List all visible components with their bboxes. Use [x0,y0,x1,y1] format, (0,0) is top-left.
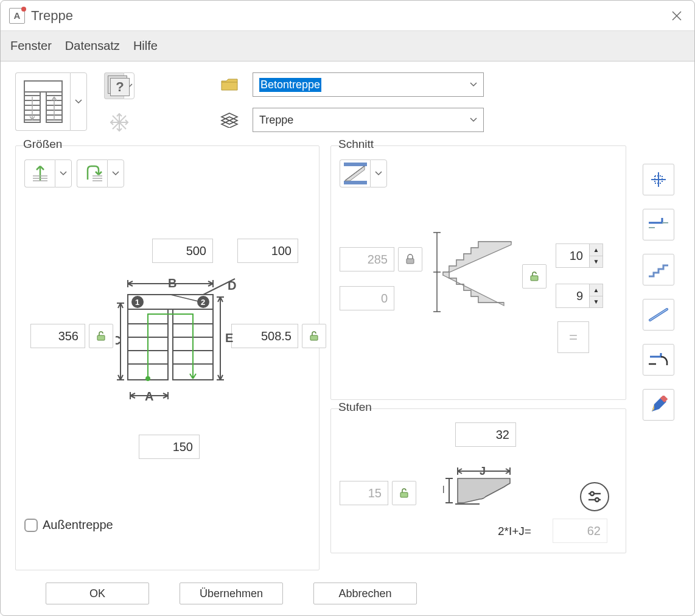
folder-icon [218,77,240,92]
direction-turn-dropdown[interactable] [77,159,124,187]
equal-button[interactable]: = [557,321,589,353]
sliders-icon [586,488,603,505]
spin-down[interactable]: ▼ [590,256,602,268]
menubar: Fenster Datensatz Hilfe [1,31,694,61]
formula-label: 2*I+J= [498,525,531,538]
svg-rect-29 [310,335,318,340]
chevron-down-icon [112,171,119,176]
direction-up-dropdown[interactable] [24,159,72,187]
grid-icon [649,170,668,189]
size-e-input[interactable] [231,324,298,348]
tool-grid[interactable] [643,164,674,195]
tool-nosing[interactable] [643,344,674,376]
svg-text:1: 1 [135,298,139,307]
chevron-down-icon [470,82,477,87]
svg-text:E: E [225,331,233,345]
stair-shape-icon [22,79,65,125]
unlock-icon [95,330,107,342]
snowflake-icon [109,112,130,133]
menu-fenster[interactable]: Fenster [10,39,52,53]
side-toolbar [637,145,680,570]
tool-steps[interactable] [643,254,674,285]
nosing-icon [648,351,669,369]
type-select-value: Betontreppe [259,78,321,92]
help-dropdown[interactable]: ? [104,72,134,99]
ok-button[interactable]: OK [46,583,149,604]
size-b-input[interactable] [152,239,213,263]
close-icon [671,10,683,22]
stufen-15-input [340,481,388,505]
chevron-down-icon [470,117,477,122]
freeze-button[interactable] [104,109,134,136]
schnitt-0-input [340,286,394,310]
schnitt-spin2[interactable]: ▲▼ [556,284,603,308]
spin-up[interactable]: ▲ [590,244,602,256]
landing-icon [648,215,669,234]
lock-icon [404,253,416,265]
step-settings-button[interactable] [580,482,609,511]
arrow-turn-stairs-icon [82,163,103,184]
svg-rect-67 [407,259,414,264]
size-d-input[interactable] [237,239,298,263]
spin-up[interactable]: ▲ [590,284,602,296]
cancel-button[interactable]: Abbrechen [313,583,417,604]
titlebar: A Treppe [1,1,694,31]
svg-rect-65 [344,163,367,166]
svg-rect-28 [97,335,105,340]
svg-point-60 [146,377,150,380]
arrow-up-stairs-icon [29,163,51,184]
size-c-input[interactable] [30,324,85,348]
layers-icon [218,112,240,128]
sizes-label: Größen [21,138,65,151]
section-icon [343,161,368,186]
schnitt-285-input [340,247,394,271]
svg-text:J: J [480,465,486,477]
svg-text:D: D [228,279,236,292]
footer: OK Übernehmen Abbrechen [1,576,694,615]
chevron-down-icon [375,171,382,176]
layer-select[interactable]: Treppe [253,108,484,132]
svg-point-86 [595,498,599,502]
menu-hilfe[interactable]: Hilfe [133,39,158,53]
aussentreppe-checkbox[interactable] [24,519,38,532]
section-diagram [431,226,534,318]
handrail-icon [648,306,669,324]
size-c-lock[interactable] [89,324,113,348]
menu-datensatz[interactable]: Datensatz [65,39,120,53]
toolbar-area: ? [1,61,694,142]
apply-button[interactable]: Übernehmen [180,583,283,604]
tool-landing[interactable] [643,209,674,240]
schnitt-mid-lock[interactable] [522,264,547,289]
sizes-diagram: B D C [116,276,237,416]
schnitt-spin2-input[interactable] [556,284,590,308]
sizes-group: Größen [15,145,320,570]
schnitt-spin1[interactable]: ▲▼ [556,243,603,268]
stufen-32-input[interactable] [455,422,516,447]
svg-text:C: C [116,334,120,347]
stufen-15-lock[interactable] [392,481,416,505]
size-e-lock[interactable] [302,324,326,348]
help-icon: ? [104,72,124,99]
close-button[interactable] [668,7,686,25]
tool-handrail[interactable] [643,299,674,331]
stair-shape-dropdown[interactable] [15,72,87,131]
svg-rect-66 [344,181,367,184]
svg-text:2: 2 [201,298,205,307]
size-a-input[interactable] [139,435,200,459]
layer-select-value: Treppe [259,114,293,127]
schnitt-spin1-input[interactable] [556,243,590,268]
unlock-icon [308,330,320,342]
content-area: Größen [1,142,694,576]
formula-value [553,519,607,543]
steps-icon [648,261,669,279]
svg-line-96 [650,309,667,320]
section-type-dropdown[interactable] [340,159,387,187]
schnitt-285-lock[interactable] [398,247,422,271]
tool-edit[interactable] [643,389,674,421]
aussentreppe-label: Außentreppe [43,518,113,532]
spin-down[interactable]: ▼ [590,296,602,308]
pencil-icon [649,396,668,414]
type-select[interactable]: Betontreppe [253,72,484,97]
svg-point-84 [590,492,594,495]
stufen-group: Stufen [330,408,626,553]
